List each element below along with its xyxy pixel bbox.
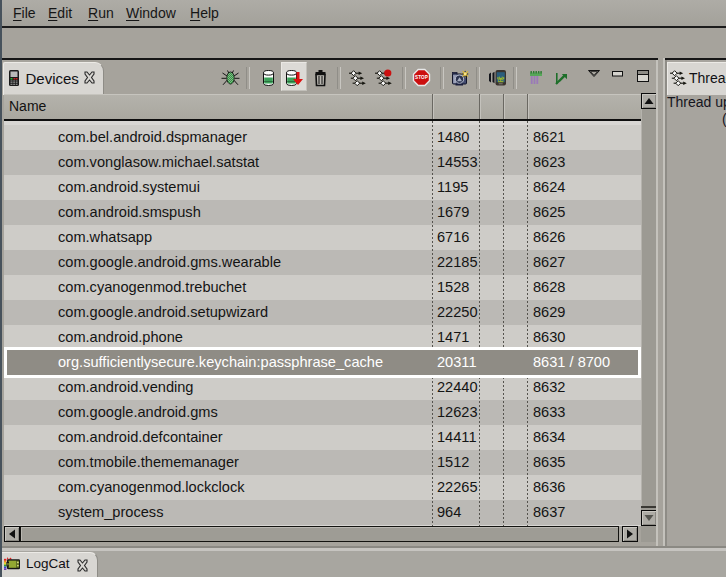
svg-text:STOP: STOP (415, 75, 428, 80)
